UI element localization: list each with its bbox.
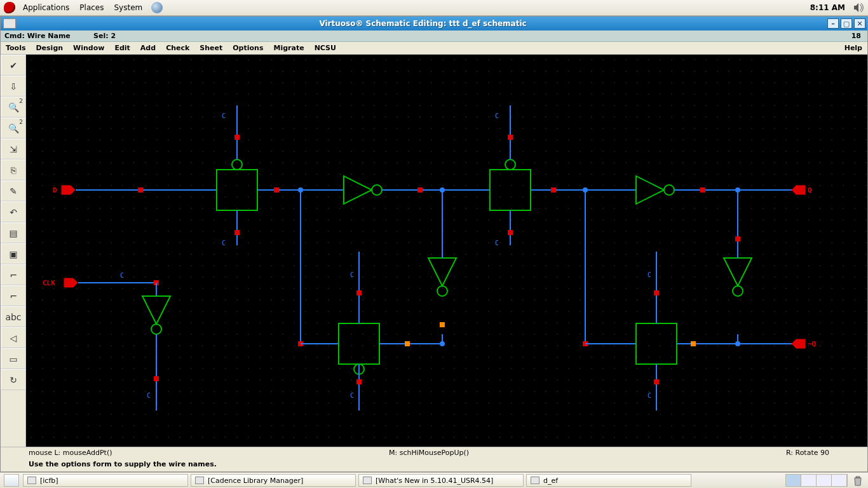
svg-point-552 [419, 139, 420, 140]
svg-point-2295 [42, 414, 43, 414]
gnome-menu-places[interactable]: Places [74, 0, 109, 15]
menu-sheet[interactable]: Sheet [194, 44, 227, 52]
svg-point-1576 [282, 299, 283, 300]
stretch-icon[interactable]: ⇲ [1, 139, 26, 159]
menu-design[interactable]: Design [31, 44, 68, 52]
task-libmgr[interactable]: [Cadence Library Manager] [191, 474, 356, 487]
svg-point-634 [511, 151, 512, 151]
svg-point-256 [419, 93, 420, 94]
zoom-in-icon[interactable]: 🔍2 [1, 97, 26, 118]
zoom-out-icon[interactable]: 🔍2 [1, 118, 26, 139]
schematic-svg[interactable]: DCLKCCCCQCCCCCC~Q [26, 55, 867, 447]
wire-name-icon[interactable]: abc [1, 306, 26, 327]
svg-point-2172 [328, 391, 329, 391]
svg-point-40 [488, 59, 489, 60]
repeat-icon[interactable]: ↻ [1, 369, 26, 390]
svg-point-1499 [248, 288, 248, 288]
svg-point-1772 [831, 322, 832, 323]
svg-point-364 [808, 105, 809, 105]
copy-icon[interactable]: ⎘ [1, 159, 26, 180]
workspace-1[interactable] [786, 475, 801, 486]
svg-point-778 [465, 173, 466, 174]
svg-point-524 [99, 139, 100, 140]
svg-point-1339 [111, 265, 111, 266]
menu-help[interactable]: Help [839, 44, 867, 52]
show-desktop-button[interactable] [4, 474, 19, 487]
menu-window[interactable]: Window [68, 44, 109, 52]
svg-point-1956 [397, 356, 397, 357]
workspace-3[interactable] [817, 475, 832, 486]
volume-icon[interactable] [853, 2, 864, 13]
clock[interactable]: 8:11 AM [806, 3, 849, 12]
svg-point-1260 [53, 254, 54, 254]
trash-icon[interactable] [851, 474, 864, 487]
task-icfb[interactable]: [icfb] [23, 474, 188, 487]
task-def[interactable]: d_ef [526, 474, 691, 487]
svg-point-475 [385, 128, 386, 128]
menu-ncsu[interactable]: NCSU [309, 44, 341, 52]
svg-point-1599 [545, 299, 546, 300]
svg-point-2046 [580, 368, 580, 369]
svg-point-2065 [797, 368, 797, 369]
svg-point-2193 [568, 391, 569, 391]
sheet-icon[interactable]: ▭ [1, 348, 26, 369]
instance-icon[interactable]: ▣ [1, 243, 26, 264]
svg-point-176 [351, 82, 351, 83]
svg-point-2170 [305, 391, 306, 391]
svg-point-1450 [534, 276, 534, 277]
svg-point-2504 [740, 437, 740, 437]
gnome-menu-applications[interactable]: Applications [18, 0, 74, 15]
svg-point-2267 [568, 402, 569, 403]
save-icon[interactable]: ⇩ [1, 76, 26, 97]
workspace-4[interactable] [832, 475, 847, 486]
svg-point-1218 [419, 242, 420, 243]
pin-icon[interactable]: ◁ [1, 327, 26, 348]
svg-point-934 [557, 196, 557, 197]
menu-tools[interactable]: Tools [1, 44, 31, 52]
svg-point-2356 [740, 414, 740, 414]
property-icon[interactable]: ▤ [1, 222, 26, 243]
svg-point-2240 [259, 402, 260, 403]
svg-point-666 [31, 162, 31, 163]
svg-point-652 [717, 151, 717, 151]
wire-narrow-icon[interactable]: ⌐ [1, 264, 26, 285]
close-button[interactable]: ✕ [854, 18, 865, 29]
undo-icon[interactable]: ↶ [1, 201, 26, 222]
globe-icon[interactable] [151, 2, 163, 13]
svg-point-1885 [431, 345, 431, 346]
svg-point-30 [374, 59, 374, 60]
workspace-pager[interactable] [785, 474, 848, 487]
svg-point-1031 [820, 208, 820, 208]
maximize-button[interactable]: ▢ [841, 18, 852, 29]
svg-point-1358 [328, 265, 329, 266]
menu-edit[interactable]: Edit [109, 44, 135, 52]
distro-icon[interactable] [4, 2, 15, 13]
svg-point-1163 [637, 231, 637, 231]
svg-point-1703 [42, 322, 43, 323]
svg-point-2370 [53, 425, 54, 426]
svg-point-1480 [31, 288, 31, 288]
schematic-canvas[interactable]: DCLKCCCCQCCCCCC~Q [26, 55, 867, 447]
menu-check[interactable]: Check [161, 44, 194, 52]
workspace-2[interactable] [801, 475, 817, 486]
svg-point-1641 [179, 311, 180, 311]
svg-point-245 [294, 93, 294, 94]
svg-point-2453 [156, 437, 157, 437]
task-whatsnew[interactable]: [What's New in 5.10.41_USR4.54] [358, 474, 524, 487]
menu-add[interactable]: Add [135, 44, 161, 52]
svg-point-933 [545, 196, 546, 197]
svg-point-2461 [248, 437, 248, 437]
svg-point-2371 [65, 425, 65, 426]
svg-point-325 [362, 105, 363, 105]
wire-wide-icon[interactable]: ⌐ [1, 285, 26, 306]
gnome-menu-system[interactable]: System [109, 0, 147, 15]
titlebar[interactable]: Virtuoso® Schematic Editing: ttt d_ef sc… [1, 17, 867, 30]
menu-options[interactable]: Options [227, 44, 268, 52]
svg-point-2244 [305, 402, 306, 403]
svg-point-382 [168, 116, 168, 117]
minimize-button[interactable]: – [827, 18, 839, 29]
delete-icon[interactable]: ✎ [1, 180, 26, 201]
check-icon[interactable]: ✔ [1, 55, 26, 76]
svg-point-2324 [374, 414, 374, 414]
menu-migrate[interactable]: Migrate [268, 44, 309, 52]
